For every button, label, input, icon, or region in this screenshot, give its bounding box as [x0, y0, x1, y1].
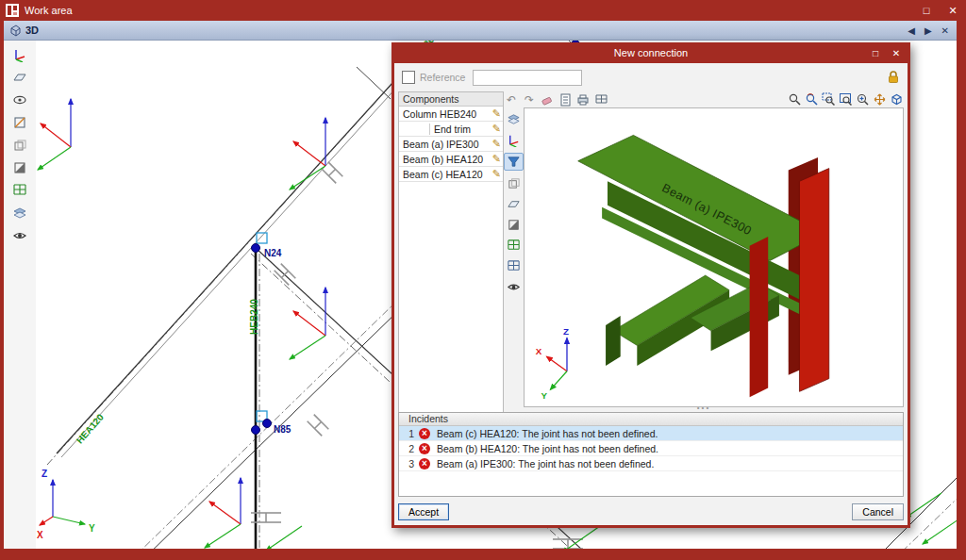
- member-column-heb240[interactable]: [256, 248, 259, 549]
- accept-button[interactable]: Accept: [398, 503, 449, 520]
- local-axes-icon[interactable]: [505, 132, 523, 148]
- zoom-extents-icon[interactable]: [838, 92, 853, 107]
- default-view-icon[interactable]: [889, 92, 904, 107]
- table-icon[interactable]: [593, 92, 608, 107]
- model-layers-icon[interactable]: [505, 111, 523, 127]
- edit-icon[interactable]: ✎: [492, 108, 501, 119]
- incidents-header: Incidents: [399, 413, 903, 426]
- workplane-icon[interactable]: [505, 196, 523, 212]
- component-row[interactable]: Column HEB240 ✎: [399, 107, 503, 122]
- reference-checkbox[interactable]: [402, 71, 415, 84]
- prev-view-button[interactable]: ◀: [908, 25, 915, 36]
- component-row[interactable]: Beam (a) IPE300 ✎: [399, 137, 503, 152]
- member-diagonal-hea120[interactable]: [47, 41, 440, 465]
- incident-row[interactable]: 1 × Beam (c) HEA120: The joint has not b…: [399, 426, 903, 441]
- local-axes-arrows: [290, 118, 325, 189]
- workplane-icon[interactable]: [10, 69, 29, 86]
- zoom-toolbar: [787, 92, 904, 107]
- main-toolbar: [4, 41, 37, 549]
- zoom-rotate-icon[interactable]: [804, 92, 819, 107]
- edit-icon[interactable]: ✎: [492, 154, 501, 164]
- svg-text:N85: N85: [274, 424, 291, 435]
- layers-icon[interactable]: [10, 205, 29, 222]
- results-table-icon[interactable]: [505, 258, 523, 274]
- print-icon[interactable]: [575, 92, 591, 107]
- new-connection-dialog: New connection □ ✕ Reference Components …: [391, 42, 910, 528]
- dialog-body: Reference Components Column HEB240 ✎ End…: [394, 63, 908, 525]
- axis-y-label: Y: [541, 390, 548, 401]
- window-titlebar[interactable]: Work area □ ✕: [0, 0, 966, 21]
- bounding-box-icon[interactable]: [10, 137, 29, 154]
- axis-x-label: X: [37, 530, 43, 540]
- component-row[interactable]: Beam (c) HEA120 ✎: [399, 167, 503, 182]
- undo-icon[interactable]: ↶: [504, 92, 519, 107]
- view-cube-icon: [9, 25, 22, 37]
- axis-z-label: Z: [42, 469, 47, 479]
- node-n85[interactable]: N85: [252, 411, 291, 435]
- global-axes-triad: Z Y X: [37, 469, 95, 540]
- dialog-footer: Accept Cancel: [398, 502, 904, 521]
- zoom-icon[interactable]: [787, 92, 802, 107]
- view-tab-label[interactable]: 3D: [25, 25, 39, 36]
- view-nav: ◀ ▶ ✕: [908, 25, 949, 36]
- grid-icon[interactable]: [10, 182, 29, 199]
- lock-icon[interactable]: [887, 70, 900, 84]
- pan-icon[interactable]: [872, 92, 887, 107]
- cancel-button[interactable]: Cancel: [852, 503, 904, 520]
- visibility-icon[interactable]: [10, 227, 29, 244]
- section-view-icon[interactable]: [10, 159, 29, 176]
- erase-icon[interactable]: [540, 92, 555, 107]
- viewport-axes-triad: Z X Y: [536, 326, 569, 401]
- components-panel: Components Column HEB240 ✎ End trim ✎ Be…: [398, 91, 504, 414]
- app-window: Work area □ ✕ 3D ◀ ▶ ✕: [0, 0, 966, 560]
- incident-row[interactable]: 2 × Beam (b) HEA120: The joint has not b…: [399, 441, 903, 456]
- visibility-icon[interactable]: [505, 279, 523, 295]
- zoom-window-icon[interactable]: [821, 92, 836, 107]
- column-stiffener-plate[interactable]: [750, 237, 769, 397]
- maximize-button[interactable]: □: [913, 0, 940, 21]
- section-icon[interactable]: [505, 217, 523, 233]
- dialog-titlebar[interactable]: New connection □ ✕: [391, 42, 910, 63]
- svg-text:N24: N24: [264, 248, 282, 258]
- member-stub-top: [357, 67, 391, 99]
- component-row[interactable]: End trim ✎: [399, 122, 503, 137]
- edit-icon[interactable]: ✎: [492, 139, 501, 149]
- clip-plane-icon[interactable]: [10, 114, 29, 131]
- dialog-title: New connection: [614, 47, 688, 58]
- component-row[interactable]: Beam (b) HEA120 ✎: [399, 152, 503, 167]
- reference-input[interactable]: [473, 70, 582, 86]
- connection-viewport[interactable]: Beam (a) IPE300 Z X Y: [524, 107, 904, 407]
- dialog-toolbar: ↶ ↷: [504, 91, 904, 107]
- view-filter-icon[interactable]: [504, 153, 524, 171]
- components-header: Components: [399, 92, 503, 107]
- incidents-panel: Incidents 1 × Beam (c) HEA120: The joint…: [398, 412, 904, 497]
- column-front-flange[interactable]: [799, 169, 828, 392]
- report-icon[interactable]: [558, 92, 573, 107]
- mesh-grid-icon[interactable]: [505, 238, 523, 254]
- dialog-close-button[interactable]: ✕: [886, 42, 907, 63]
- reference-row: Reference: [394, 63, 908, 91]
- view-direction-icon[interactable]: [10, 91, 29, 108]
- zoom-selected-icon[interactable]: [855, 92, 870, 107]
- next-view-button[interactable]: ▶: [924, 25, 932, 36]
- axes-icon[interactable]: [10, 46, 29, 63]
- connection-3d-model: Beam (a) IPE300 Z X Y: [525, 108, 903, 406]
- clip-box-icon[interactable]: [505, 175, 523, 191]
- axis-y-label: Y: [89, 523, 95, 534]
- splitter-handle[interactable]: •••: [504, 405, 904, 412]
- edit-icon[interactable]: ✎: [492, 169, 501, 179]
- member-label-heb240: HEB240: [249, 299, 259, 335]
- close-button[interactable]: ✕: [940, 0, 966, 21]
- incident-row[interactable]: 3 × Beam (a) IPE300: The joint has not b…: [399, 456, 903, 471]
- view-tab-bar: 3D ◀ ▶ ✕: [4, 21, 957, 41]
- section-symbol: [308, 415, 329, 436]
- local-axes-arrows: [38, 99, 71, 170]
- error-icon: ×: [419, 428, 430, 439]
- close-view-button[interactable]: ✕: [941, 25, 949, 36]
- redo-icon[interactable]: ↷: [522, 92, 537, 107]
- edit-icon[interactable]: ✎: [492, 124, 501, 134]
- error-icon: ×: [419, 458, 430, 469]
- window-title: Work area: [25, 5, 73, 16]
- local-axes-arrows: [290, 288, 325, 359]
- dialog-maximize-button[interactable]: □: [865, 42, 886, 63]
